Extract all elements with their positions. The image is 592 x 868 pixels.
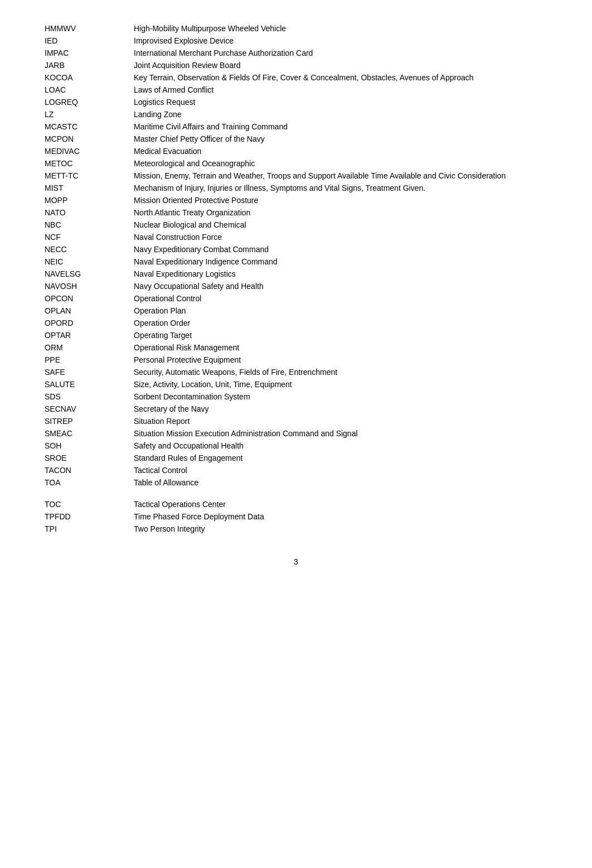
definition: Situation Report <box>134 415 547 427</box>
abbreviation: NCF <box>45 231 134 243</box>
definition: Mechanism of Injury, Injuries or Illness… <box>134 182 547 194</box>
definition: Logistics Request <box>134 96 547 108</box>
abbreviation: OPORD <box>45 317 134 329</box>
definition: Naval Expeditionary Logistics <box>134 268 547 280</box>
definition: Tactical Operations Center <box>134 492 547 510</box>
definition: Operational Control <box>134 292 547 305</box>
definition: Medical Evacuation <box>134 145 547 157</box>
definition: Table of Allowance <box>134 476 547 489</box>
definition: Naval Expeditionary Indigence Command <box>134 255 547 268</box>
definition: Sorbent Decontamination System <box>134 390 547 403</box>
definition: Naval Construction Force <box>134 231 547 243</box>
abbreviation: OPTAR <box>45 329 134 341</box>
abbreviation: IED <box>45 35 134 47</box>
abbreviation: TACON <box>45 464 134 476</box>
abbreviation: METOC <box>45 157 134 170</box>
definition: Security, Automatic Weapons, Fields of F… <box>134 366 547 378</box>
abbreviation: LOGREQ <box>45 96 134 108</box>
abbreviation: SROE <box>45 452 134 464</box>
definition: Time Phased Force Deployment Data <box>134 510 547 523</box>
abbreviation: NAVELSG <box>45 268 134 280</box>
definition: Operational Risk Management <box>134 341 547 354</box>
abbreviation: SDS <box>45 390 134 403</box>
definition: Navy Expeditionary Combat Command <box>134 243 547 255</box>
abbreviation: TOA <box>45 476 134 489</box>
abbreviation: LOAC <box>45 84 134 96</box>
definition: Personal Protective Equipment <box>134 354 547 366</box>
definition: International Merchant Purchase Authoriz… <box>134 47 547 59</box>
abbreviation: SOH <box>45 440 134 452</box>
definition: Standard Rules of Engagement <box>134 452 547 464</box>
definition: Mission, Enemy, Terrain and Weather, Tro… <box>134 170 547 182</box>
abbreviation: SECNAV <box>45 403 134 415</box>
definition: North Atlantic Treaty Organization <box>134 206 547 219</box>
definition: Landing Zone <box>134 108 547 120</box>
definition: Situation Mission Execution Administrati… <box>134 427 547 440</box>
abbreviation: MCPON <box>45 133 134 145</box>
abbreviation: ORM <box>45 341 134 354</box>
definition: Operation Plan <box>134 305 547 317</box>
abbreviation: TOC <box>45 492 134 510</box>
definition: Key Terrain, Observation & Fields Of Fir… <box>134 71 547 84</box>
definition: Two Person Integrity <box>134 523 547 535</box>
abbreviation: IMPAC <box>45 47 134 59</box>
abbreviation: SAFE <box>45 366 134 378</box>
abbreviation: TPI <box>45 523 134 535</box>
definition: Tactical Control <box>134 464 547 476</box>
abbreviation: JARB <box>45 59 134 71</box>
definition: Mission Oriented Protective Posture <box>134 194 547 206</box>
abbreviation: NATO <box>45 206 134 219</box>
abbreviation: METT-TC <box>45 170 134 182</box>
definition: Master Chief Petty Officer of the Navy <box>134 133 547 145</box>
definition: Safety and Occupational Health <box>134 440 547 452</box>
abbreviation: PPE <box>45 354 134 366</box>
definition: Navy Occupational Safety and Health <box>134 280 547 292</box>
abbreviation: NAVOSH <box>45 280 134 292</box>
abbreviation: SITREP <box>45 415 134 427</box>
abbreviation: KOCOA <box>45 71 134 84</box>
acronym-table: HMMWVHigh-Mobility Multipurpose Wheeled … <box>45 22 547 535</box>
definition: Maritime Civil Affairs and Training Comm… <box>134 120 547 133</box>
abbreviation: NBC <box>45 219 134 231</box>
definition: Secretary of the Navy <box>134 403 547 415</box>
abbreviation: OPLAN <box>45 305 134 317</box>
definition: Joint Acquisition Review Board <box>134 59 547 71</box>
definition: Nuclear Biological and Chemical <box>134 219 547 231</box>
abbreviation: LZ <box>45 108 134 120</box>
abbreviation: HMMWV <box>45 22 134 35</box>
definition: Meteorological and Oceanographic <box>134 157 547 170</box>
definition: Laws of Armed Conflict <box>134 84 547 96</box>
page-number: 3 <box>45 557 547 566</box>
abbreviation: SMEAC <box>45 427 134 440</box>
definition: High-Mobility Multipurpose Wheeled Vehic… <box>134 22 547 35</box>
abbreviation: NEIC <box>45 255 134 268</box>
abbreviation: SALUTE <box>45 378 134 390</box>
definition: Size, Activity, Location, Unit, Time, Eq… <box>134 378 547 390</box>
definition: Operating Target <box>134 329 547 341</box>
definition: Operation Order <box>134 317 547 329</box>
abbreviation: TPFDD <box>45 510 134 523</box>
abbreviation: NECC <box>45 243 134 255</box>
abbreviation: MOPP <box>45 194 134 206</box>
abbreviation: MIST <box>45 182 134 194</box>
abbreviation: MEDIVAC <box>45 145 134 157</box>
definition: Improvised Explosive Device <box>134 35 547 47</box>
abbreviation: MCASTC <box>45 120 134 133</box>
abbreviation: OPCON <box>45 292 134 305</box>
